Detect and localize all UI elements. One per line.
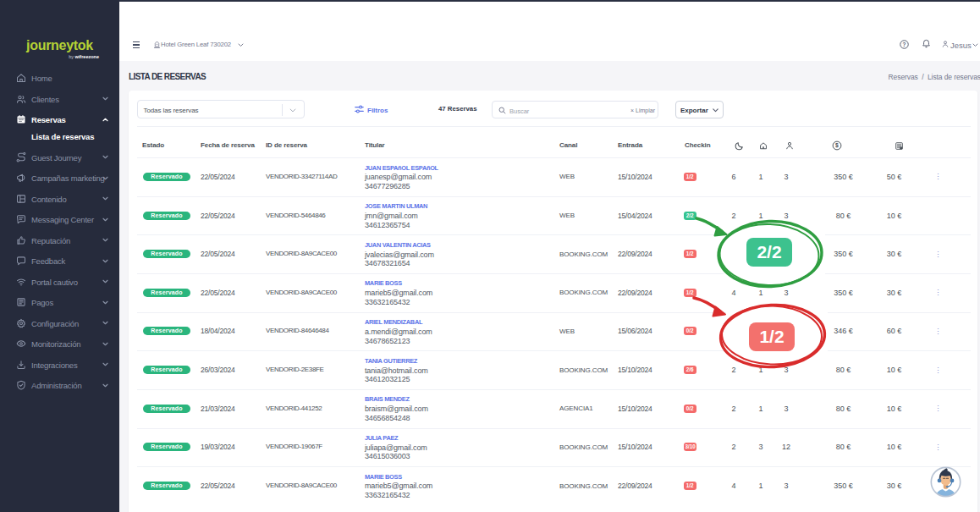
svg-text:$: $ <box>835 142 839 149</box>
svg-text:?: ? <box>903 41 906 47</box>
